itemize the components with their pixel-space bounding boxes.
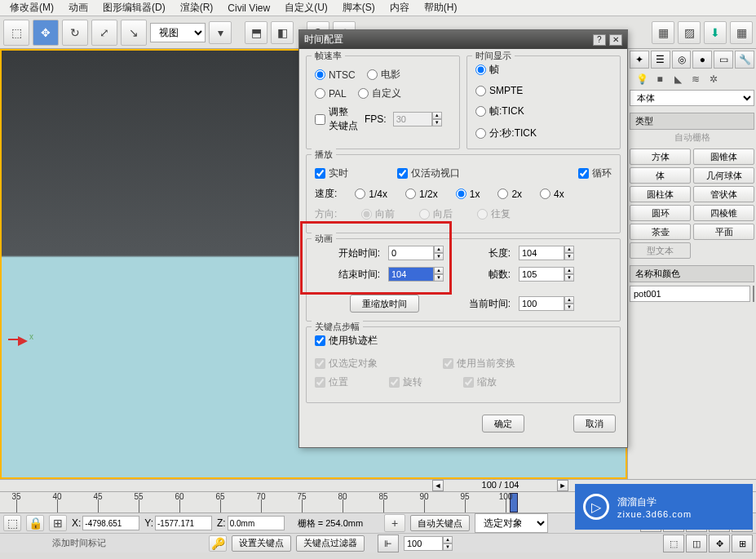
auto-key-button[interactable]: 自动关键点 bbox=[410, 515, 470, 531]
ref-coord-dropdown[interactable]: 视图 bbox=[150, 23, 206, 42]
render-setup-icon[interactable]: ▦ bbox=[652, 21, 674, 44]
use-trackbar-checkbox[interactable]: 使用轨迹栏 bbox=[315, 334, 378, 348]
create-tab-icon[interactable]: ✦ bbox=[630, 51, 649, 69]
scale-icon[interactable]: ⤢ bbox=[91, 20, 117, 46]
frames-spinner[interactable]: ▲▼ bbox=[519, 267, 584, 282]
camera-icon[interactable]: ■ bbox=[652, 72, 667, 87]
speed-2x-radio[interactable]: 2x bbox=[497, 189, 522, 200]
teapot-button[interactable]: 茶壶 bbox=[630, 224, 691, 240]
torus-button[interactable]: 圆环 bbox=[630, 205, 691, 221]
hierarchy-tab-icon[interactable]: ◎ bbox=[672, 51, 692, 69]
frames-radio[interactable]: 帧 bbox=[475, 63, 612, 77]
text-button[interactable]: 型文本 bbox=[630, 242, 691, 259]
frame-tick-radio[interactable]: 帧:TICK bbox=[475, 104, 612, 118]
rollout-object-type[interactable]: 类型 bbox=[630, 113, 754, 130]
tool-b-icon[interactable]: ◧ bbox=[271, 21, 294, 44]
move-icon[interactable]: ✥ bbox=[33, 20, 59, 46]
systems-icon[interactable]: ✲ bbox=[706, 72, 721, 87]
xyz-icon[interactable]: ⊞ bbox=[49, 515, 67, 531]
end-time-spinner[interactable]: ▲▼ bbox=[388, 267, 453, 282]
active-only-checkbox[interactable]: 仅活动视口 bbox=[397, 166, 460, 180]
loop-checkbox[interactable]: 循环 bbox=[578, 166, 612, 180]
motion-tab-icon[interactable]: ● bbox=[692, 51, 712, 69]
vp-nav3-icon[interactable]: ✥ bbox=[709, 535, 730, 552]
menu-customize[interactable]: 自定义(U) bbox=[278, 0, 334, 16]
close-icon[interactable]: ✕ bbox=[609, 34, 622, 46]
add-key-icon[interactable]: + bbox=[384, 514, 405, 532]
wave-icon[interactable]: ≋ bbox=[688, 72, 703, 87]
y-input[interactable] bbox=[155, 516, 212, 530]
select-object-icon[interactable]: ⬚ bbox=[3, 20, 29, 46]
tube-button[interactable]: 管状体 bbox=[693, 186, 754, 202]
plane-button[interactable]: 平面 bbox=[693, 224, 754, 240]
vp-nav4-icon[interactable]: ⊞ bbox=[732, 535, 753, 552]
current-time-spinner[interactable]: ▲▼ bbox=[519, 296, 584, 311]
add-time-tag[interactable]: 添加时间标记 bbox=[52, 537, 106, 549]
tool-icon[interactable]: ↘ bbox=[121, 20, 147, 46]
cancel-button[interactable]: 取消 bbox=[573, 415, 616, 433]
object-name-input[interactable] bbox=[630, 286, 750, 302]
mst-radio[interactable]: 分:秒:TICK bbox=[475, 126, 612, 140]
tool-a-icon[interactable]: ⬒ bbox=[245, 21, 267, 44]
speed-12x-radio[interactable]: 1/2x bbox=[405, 189, 438, 200]
realtime-checkbox[interactable]: 实时 bbox=[315, 166, 348, 180]
key-target-dropdown[interactable]: 选定对象 bbox=[475, 513, 548, 533]
helper-icon[interactable]: ◣ bbox=[670, 72, 685, 87]
menu-content[interactable]: 内容 bbox=[383, 0, 416, 16]
tool-r1-icon[interactable]: ▦ bbox=[730, 21, 753, 44]
lock-sel-icon[interactable]: ⬚ bbox=[3, 515, 21, 531]
menu-render[interactable]: 渲染(R) bbox=[174, 0, 220, 16]
bulb-icon[interactable]: 💡 bbox=[634, 72, 649, 87]
geosphere-button[interactable]: 几何球体 bbox=[693, 167, 754, 184]
speed-4x-radio[interactable]: 4x bbox=[540, 189, 564, 200]
auto-grid-checkbox[interactable]: 自动栅格 bbox=[630, 130, 754, 145]
pyramid-button[interactable]: 四棱锥 bbox=[693, 205, 754, 221]
frame-spinner[interactable]: ▲▼ bbox=[404, 536, 453, 551]
menu-animation[interactable]: 动画 bbox=[62, 0, 95, 16]
render-frame-icon[interactable]: ▨ bbox=[678, 21, 701, 44]
utilities-tab-icon[interactable]: 🔧 bbox=[735, 51, 754, 69]
slider-left-icon[interactable]: ◄ bbox=[432, 480, 444, 491]
speed-14x-radio[interactable]: 1/4x bbox=[355, 189, 387, 200]
vp-nav1-icon[interactable]: ⬚ bbox=[663, 535, 684, 552]
dialog-titlebar[interactable]: 时间配置 ? ✕ bbox=[299, 30, 627, 49]
help-icon[interactable]: ? bbox=[593, 34, 606, 46]
ntsc-radio[interactable]: NTSC bbox=[315, 69, 356, 81]
menu-graph-editor[interactable]: 图形编辑器(D) bbox=[96, 0, 172, 16]
ok-button[interactable]: 确定 bbox=[482, 415, 524, 433]
cone-button[interactable]: 圆锥体 bbox=[693, 149, 754, 165]
cylinder-button[interactable]: 圆柱体 bbox=[630, 186, 691, 202]
key-filter-button[interactable]: 关键点过滤器 bbox=[296, 535, 365, 552]
category-dropdown[interactable]: 本体 bbox=[630, 90, 754, 106]
rollout-name-color[interactable]: 名称和颜色 bbox=[630, 265, 754, 282]
pal-radio[interactable]: PAL bbox=[315, 88, 347, 100]
sphere-button[interactable]: 体 bbox=[630, 167, 691, 184]
key-mode-icon[interactable]: ⊩ bbox=[378, 535, 399, 552]
display-tab-icon[interactable]: ▭ bbox=[714, 51, 733, 69]
pivot-icon[interactable]: ▾ bbox=[209, 21, 232, 44]
vp-nav2-icon[interactable]: ◫ bbox=[686, 535, 707, 552]
set-key-button[interactable]: 设置关键点 bbox=[232, 535, 291, 552]
lock-icon[interactable]: 🔒 bbox=[26, 515, 44, 531]
custom-radio[interactable]: 自定义 bbox=[358, 87, 401, 100]
start-time-spinner[interactable]: ▲▼ bbox=[388, 246, 453, 260]
menu-script[interactable]: 脚本(S) bbox=[336, 0, 382, 16]
menu-civil-view[interactable]: Civil View bbox=[221, 1, 276, 16]
length-spinner[interactable]: ▲▼ bbox=[519, 246, 584, 260]
object-color-swatch[interactable] bbox=[753, 286, 754, 302]
key-icon[interactable]: 🔑 bbox=[209, 535, 227, 552]
rotate-icon[interactable]: ↻ bbox=[62, 20, 88, 46]
smpte-radio[interactable]: SMPTE bbox=[475, 85, 612, 96]
z-input[interactable] bbox=[228, 516, 285, 530]
x-input[interactable] bbox=[82, 516, 139, 530]
adjust-keys-checkbox[interactable]: 调整 关键点 bbox=[315, 105, 358, 133]
modify-tab-icon[interactable]: ☰ bbox=[651, 51, 670, 69]
box-button[interactable]: 方体 bbox=[630, 149, 691, 165]
menu-modifier[interactable]: 修改器(M) bbox=[3, 0, 60, 16]
menu-help[interactable]: 帮助(H) bbox=[418, 0, 464, 16]
film-radio[interactable]: 电影 bbox=[367, 68, 400, 82]
render-icon[interactable]: ⬇ bbox=[704, 21, 727, 44]
slider-right-icon[interactable]: ► bbox=[557, 480, 568, 491]
speed-1x-radio[interactable]: 1x bbox=[456, 189, 480, 200]
rescale-time-button[interactable]: 重缩放时间 bbox=[350, 295, 419, 313]
